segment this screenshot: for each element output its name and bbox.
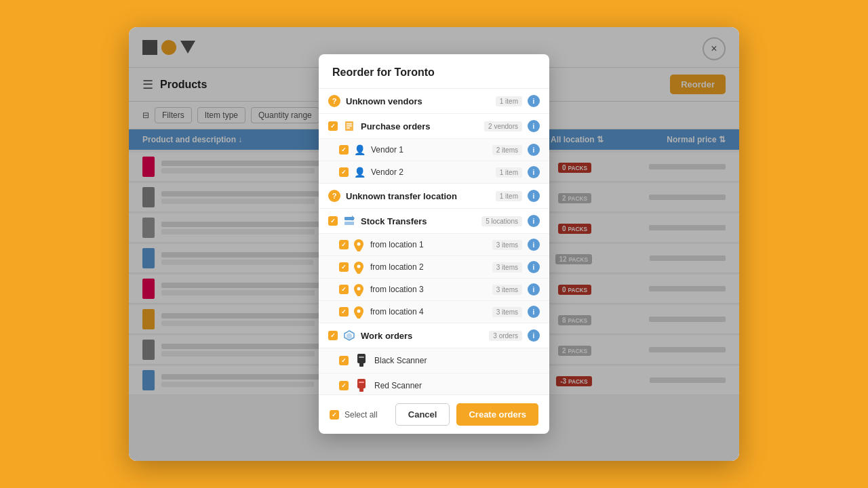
cancel-button[interactable]: Cancel [395, 403, 450, 426]
vendor2-info-button[interactable]: i [528, 166, 540, 178]
vendor1-icon: 👤 [354, 144, 366, 155]
svg-point-10 [357, 310, 361, 313]
purchase-orders-label: Purchase orders [361, 121, 479, 131]
location4-label: from location 4 [370, 307, 487, 317]
svg-rect-1 [347, 123, 352, 125]
svg-point-8 [357, 265, 361, 268]
unknown-vendors-count: 1 item [496, 96, 522, 106]
stock-transfers-info-button[interactable]: i [528, 215, 540, 227]
svg-rect-17 [359, 388, 363, 392]
svg-rect-3 [347, 127, 350, 129]
vendor1-checkbox[interactable] [339, 145, 349, 155]
unknown-transfer-label: Unknown transfer location [346, 191, 490, 201]
location4-info-button[interactable]: i [528, 306, 540, 318]
location1-count: 3 items [492, 240, 522, 250]
unknown-vendors-info-button[interactable]: i [528, 95, 540, 107]
svg-point-7 [357, 243, 361, 246]
svg-point-9 [357, 287, 361, 291]
red-scanner-label: Red Scanner [374, 381, 540, 390]
select-all-wrap: Select all [330, 410, 378, 420]
stock-transfers-label: Stock Transfers [361, 216, 476, 226]
location3-info-button[interactable]: i [528, 283, 540, 296]
work-orders-row: Work orders 3 orders i [319, 323, 549, 348]
vendor1-label: Vendor 1 [371, 145, 487, 155]
location1-checkbox[interactable] [339, 240, 349, 249]
location4-checkbox[interactable] [339, 307, 349, 317]
location3-row: from location 3 3 items i [319, 279, 549, 301]
location3-icon [354, 284, 365, 295]
create-orders-button[interactable]: Create orders [456, 403, 538, 426]
svg-rect-18 [359, 382, 364, 383]
svg-rect-14 [359, 363, 363, 367]
location4-row: from location 4 3 items i [319, 301, 549, 323]
vendor2-row: 👤 Vendor 2 1 item i [319, 161, 549, 184]
location2-checkbox[interactable] [339, 262, 349, 272]
modal-overlay: Reorder for Toronto ? Unknown vendors 1 … [129, 27, 739, 461]
stock-transfers-count: 5 locations [481, 216, 522, 226]
vendor1-row: 👤 Vendor 1 2 items i [319, 139, 549, 161]
reorder-modal: Reorder for Toronto ? Unknown vendors 1 … [319, 54, 549, 434]
location1-row: from location 1 3 items i [319, 234, 549, 256]
unknown-transfer-icon: ? [328, 190, 340, 202]
stock-transfers-checkbox[interactable] [328, 216, 338, 226]
location2-row: from location 2 3 items i [319, 256, 549, 279]
black-scanner-label: Black Scanner [374, 356, 540, 365]
location1-info-button[interactable]: i [528, 239, 540, 251]
purchase-orders-row: Purchase orders 2 vendors i [319, 114, 549, 139]
location1-icon [354, 239, 365, 250]
vendor2-label: Vendor 2 [371, 167, 490, 177]
vendor1-info-button[interactable]: i [528, 144, 540, 156]
modal-footer: Select all Cancel Create orders [319, 394, 549, 434]
red-scanner-checkbox[interactable] [339, 381, 349, 390]
modal-title: Reorder for Toronto [332, 66, 435, 78]
unknown-vendors-icon: ? [328, 95, 340, 107]
svg-rect-16 [357, 379, 366, 388]
select-all-checkbox[interactable] [330, 410, 339, 420]
vendor2-checkbox[interactable] [339, 167, 349, 177]
black-scanner-checkbox[interactable] [339, 356, 349, 365]
svg-rect-5 [344, 222, 354, 225]
location2-info-button[interactable]: i [528, 261, 540, 273]
unknown-transfer-row: ? Unknown transfer location 1 item i [319, 184, 549, 209]
location1-label: from location 1 [370, 240, 487, 249]
work-orders-icon [343, 329, 355, 342]
work-orders-checkbox[interactable] [328, 331, 338, 340]
location4-count: 3 items [492, 307, 522, 317]
modal-header: Reorder for Toronto [319, 54, 549, 89]
location3-count: 3 items [492, 285, 522, 295]
location4-icon [354, 306, 365, 317]
footer-buttons: Cancel Create orders [395, 403, 538, 426]
unknown-transfer-count: 1 item [496, 191, 522, 201]
purchase-orders-info-button[interactable]: i [528, 120, 540, 132]
work-orders-count: 3 orders [489, 331, 522, 341]
red-scanner-row: Red Scanner [319, 373, 549, 394]
unknown-transfer-info-button[interactable]: i [528, 190, 540, 202]
purchase-orders-count: 2 vendors [484, 121, 522, 131]
stock-transfers-row: Stock Transfers 5 locations i [319, 209, 549, 234]
vendor2-icon: 👤 [354, 167, 366, 178]
vendor1-count: 2 items [492, 145, 522, 155]
black-scanner-icon [354, 353, 369, 368]
svg-rect-2 [347, 125, 352, 127]
unknown-vendors-row: ? Unknown vendors 1 item i [319, 89, 549, 114]
app-window: × ☰ Products 🔍 Reorder ⊟ Filters Item ty… [129, 27, 739, 461]
vendor2-count: 1 item [496, 167, 522, 178]
unknown-vendors-label: Unknown vendors [346, 96, 490, 106]
purchase-orders-icon [343, 120, 355, 132]
location3-label: from location 3 [370, 285, 487, 294]
location2-icon [354, 262, 365, 272]
stock-transfers-icon [343, 215, 355, 227]
modal-body[interactable]: ? Unknown vendors 1 item i [319, 89, 549, 394]
black-scanner-row: Black Scanner [319, 348, 549, 373]
red-scanner-icon [354, 378, 369, 393]
svg-marker-12 [347, 333, 352, 340]
purchase-orders-checkbox[interactable] [328, 121, 338, 131]
work-orders-label: Work orders [361, 331, 484, 341]
svg-rect-15 [359, 357, 364, 358]
location3-checkbox[interactable] [339, 285, 349, 294]
svg-rect-13 [357, 354, 366, 363]
location2-count: 3 items [492, 262, 522, 272]
work-orders-info-button[interactable]: i [528, 329, 540, 342]
location2-label: from location 2 [370, 262, 487, 272]
select-all-label: Select all [344, 410, 378, 420]
